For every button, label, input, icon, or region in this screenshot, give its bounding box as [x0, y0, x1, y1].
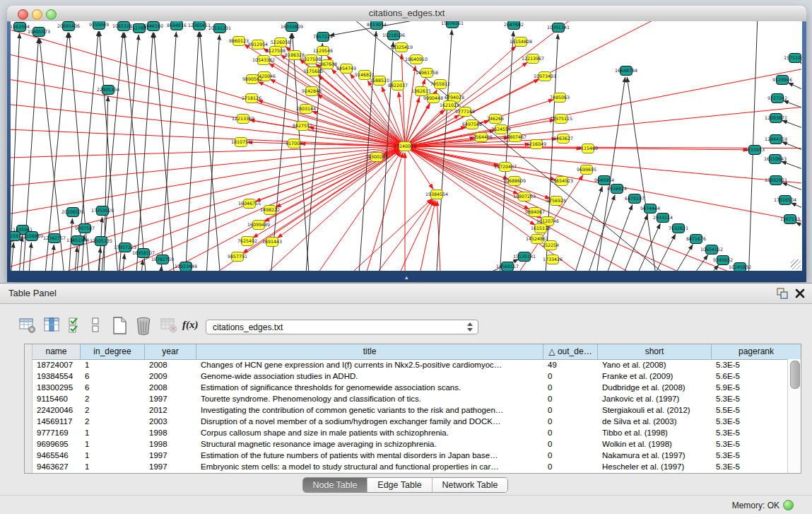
column-header-name[interactable]: name — [33, 344, 81, 359]
graph-edge[interactable] — [611, 214, 648, 271]
table-cell[interactable]: 5.6E-5 — [712, 370, 787, 382]
graph-node[interactable]: 1167533 — [780, 215, 800, 224]
graph-node[interactable]: 12923448 — [175, 262, 197, 271]
graph-edge[interactable] — [277, 146, 405, 238]
table-cell[interactable]: 22420046 — [33, 404, 81, 416]
graph-node[interactable]: 11156869 — [20, 232, 43, 241]
table-cell[interactable]: 1997 — [145, 461, 196, 472]
table-row[interactable]: 969969511998Structural magnetic resonanc… — [33, 438, 787, 450]
graph-node[interactable]: 8454749 — [336, 64, 356, 74]
graph-node[interactable]: 8860123 — [229, 37, 249, 46]
table-cell[interactable]: 18724007 — [33, 359, 81, 370]
column-header-pagerank[interactable]: pagerank — [712, 344, 801, 359]
table-cell[interactable]: Changes of HCN gene expression and I(f) … — [196, 359, 543, 370]
column-header-title[interactable]: title — [196, 344, 543, 359]
table-row[interactable]: 977716911998Corpus callosum shape and si… — [33, 427, 787, 438]
window-titlebar[interactable]: citations_edges.txt — [7, 6, 806, 22]
graph-node[interactable]: 10543382 — [252, 56, 275, 65]
graph-node[interactable]: 8912954 — [248, 40, 268, 49]
graph-node[interactable]: 19218596 — [382, 31, 405, 40]
graph-node[interactable]: 10688609 — [503, 177, 526, 186]
graph-node[interactable]: 10391341 — [547, 23, 570, 33]
table-cell[interactable]: Estimation of significance thresholds fo… — [196, 382, 543, 393]
table-cell[interactable]: 18300295 — [33, 382, 81, 393]
graph-node[interactable]: 2933114 — [653, 214, 673, 223]
graph-node[interactable]: 14569117 — [496, 262, 519, 271]
table-cell[interactable]: 9115460 — [33, 393, 81, 404]
table-cell[interactable]: Estimation of the future numbers of pati… — [196, 450, 543, 461]
graph-edge[interactable] — [788, 83, 801, 98]
table-cell[interactable]: 1 — [81, 450, 145, 461]
graph-node[interactable]: 252254 — [542, 241, 559, 250]
graph-edge[interactable] — [796, 222, 801, 235]
graph-node[interactable]: 9227342 — [767, 94, 787, 103]
column-header-year[interactable]: year — [145, 344, 196, 359]
graph-node[interactable]: 746266 — [487, 115, 504, 124]
graph-edge[interactable] — [17, 236, 22, 271]
table-cell[interactable]: Jankovic et al. (1997) — [598, 393, 712, 404]
graph-edge[interactable] — [405, 21, 707, 146]
table-cell[interactable]: Yano et al. (2008) — [598, 359, 712, 370]
graph-node[interactable]: 16782759 — [151, 255, 174, 264]
table-cell[interactable]: Hescheler et al. (1997) — [598, 461, 712, 472]
graph-node[interactable]: 12213369 — [232, 115, 254, 124]
function-builder-icon[interactable]: f(x) — [182, 319, 201, 339]
table-cell[interactable]: Nakamura et al. (1997) — [598, 450, 712, 461]
table-mode-icon[interactable] — [18, 316, 37, 336]
table-cell[interactable]: Tourette syndrome. Phenomenology and cla… — [196, 393, 543, 404]
graph-edge[interactable] — [498, 31, 513, 271]
graph-edge[interactable] — [405, 146, 801, 230]
graph-node[interactable]: 18325419 — [390, 43, 413, 52]
table-cell[interactable]: 9463627 — [33, 461, 81, 472]
graph-node[interactable]: 1691443 — [262, 238, 282, 247]
table-cell[interactable]: 5.3E-5 — [712, 450, 787, 461]
table-cell[interactable]: 1997 — [145, 450, 196, 461]
splitter-handle-icon[interactable]: ▴ — [405, 274, 408, 281]
table-cell[interactable]: 5.3E-5 — [712, 416, 787, 427]
table-cell[interactable]: 9777169 — [33, 427, 81, 438]
table-cell[interactable]: 6 — [81, 382, 145, 393]
graph-node[interactable]: 2687682 — [504, 21, 524, 30]
table-cell[interactable]: 19384554 — [33, 370, 81, 382]
table-cell[interactable]: Disruption of a novel member of a sodium… — [196, 416, 543, 427]
graph-node[interactable]: 15751074 — [784, 54, 801, 63]
network-view[interactable]: 1724001618300295886012389129545226058912… — [11, 21, 802, 271]
graph-node[interactable]: 9115460 — [578, 144, 598, 153]
table-cell[interactable]: 5.5E-5 — [712, 404, 787, 416]
graph-node[interactable]: 16648784 — [615, 66, 637, 76]
table-cell[interactable]: de Silva et al. (2003) — [598, 416, 712, 427]
graph-node[interactable]: 8822037 — [388, 81, 408, 90]
table-cell[interactable]: 5.3E-5 — [712, 438, 787, 450]
graph-node[interactable]: 9463627 — [553, 134, 573, 144]
graph-edge[interactable] — [544, 34, 558, 271]
graph-node[interactable]: 16654923 — [551, 177, 573, 186]
create-column-icon[interactable] — [110, 316, 129, 336]
graph-node[interactable]: 18807293 — [513, 192, 536, 201]
table-cell[interactable]: 1998 — [145, 438, 196, 450]
graph-edge[interactable] — [11, 146, 405, 191]
table-row[interactable]: 911546021997Tourette syndrome. Phenomeno… — [33, 393, 787, 404]
graph-node[interactable]: 8471676 — [686, 235, 706, 244]
graph-edge[interactable] — [782, 182, 801, 197]
table-cell[interactable]: 9699695 — [33, 438, 81, 450]
graph-node[interactable]: 12505135 — [90, 237, 112, 246]
graph-node[interactable]: 1563304 — [11, 23, 30, 32]
table-cell[interactable]: 5.9E-5 — [712, 382, 787, 393]
row-height-icon[interactable] — [89, 316, 107, 336]
table-selector-dropdown[interactable]: citations_edges.txt — [206, 320, 478, 334]
graph-node[interactable]: 1733426 — [543, 255, 563, 264]
table-row[interactable]: 1456911722003Disruption of a novel membe… — [33, 416, 787, 427]
graph-node[interactable]: 1810755 — [231, 138, 251, 147]
graph-node[interactable]: 10245832 — [729, 263, 751, 271]
graph-node[interactable]: 20531231 — [208, 24, 231, 33]
table-cell[interactable]: 1 — [81, 461, 145, 472]
graph-edge[interactable] — [673, 255, 708, 271]
table-cell[interactable]: 1997 — [145, 393, 196, 404]
graph-edge[interactable] — [159, 32, 176, 271]
graph-node[interactable]: 9777169 — [455, 107, 475, 117]
table-cell[interactable]: 1 — [81, 438, 145, 450]
graph-edge[interactable] — [405, 146, 551, 199]
graph-node[interactable]: 917008 — [286, 139, 302, 148]
graph-node[interactable]: 2718126 — [242, 94, 261, 103]
table-cell[interactable]: 0 — [543, 438, 598, 450]
